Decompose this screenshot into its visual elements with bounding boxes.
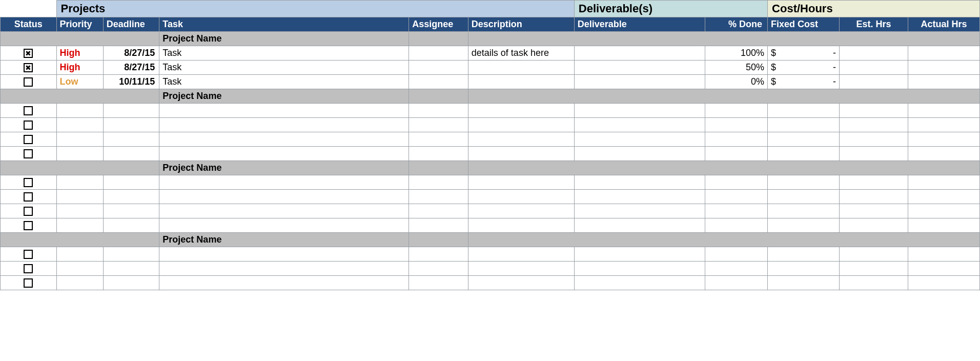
status-checkbox-icon[interactable] bbox=[24, 278, 33, 288]
task-cell[interactable]: Task bbox=[159, 61, 409, 75]
description-cell[interactable] bbox=[468, 262, 574, 276]
status-checkbox-icon[interactable]: ✖ bbox=[24, 49, 33, 58]
priority-cell[interactable]: Low bbox=[56, 75, 103, 89]
priority-cell[interactable] bbox=[56, 132, 103, 147]
status-checkbox-icon[interactable] bbox=[24, 207, 33, 216]
status-cell[interactable] bbox=[1, 276, 57, 290]
deadline-cell[interactable] bbox=[103, 204, 159, 218]
priority-cell[interactable] bbox=[56, 247, 103, 262]
priority-cell[interactable] bbox=[56, 104, 103, 118]
actual-hrs-cell[interactable] bbox=[908, 247, 979, 262]
deliverable-cell[interactable] bbox=[574, 247, 705, 262]
fixed-cost-cell[interactable] bbox=[768, 175, 840, 190]
deadline-cell[interactable] bbox=[103, 147, 159, 161]
deliverable-cell[interactable] bbox=[574, 276, 705, 290]
assignee-cell[interactable] bbox=[409, 46, 468, 61]
fixed-cost-cell[interactable]: $- bbox=[768, 75, 840, 89]
deliverable-cell[interactable] bbox=[574, 147, 705, 161]
task-cell[interactable] bbox=[159, 132, 409, 147]
fixed-cost-cell[interactable] bbox=[768, 247, 840, 262]
priority-cell[interactable] bbox=[56, 175, 103, 190]
status-cell[interactable] bbox=[1, 132, 57, 147]
deadline-cell[interactable] bbox=[103, 276, 159, 290]
status-checkbox-icon[interactable] bbox=[24, 250, 33, 259]
col-deadline[interactable]: Deadline bbox=[103, 17, 159, 32]
task-cell[interactable] bbox=[159, 276, 409, 290]
task-cell[interactable]: Task bbox=[159, 75, 409, 89]
status-checkbox-icon[interactable] bbox=[24, 135, 33, 144]
col-deliverable[interactable]: Deliverable bbox=[574, 17, 705, 32]
col-assignee[interactable]: Assignee bbox=[409, 17, 468, 32]
description-cell[interactable] bbox=[468, 61, 574, 75]
description-cell[interactable] bbox=[468, 175, 574, 190]
task-cell[interactable] bbox=[159, 247, 409, 262]
actual-hrs-cell[interactable] bbox=[908, 190, 979, 204]
status-checkbox-icon[interactable] bbox=[24, 106, 33, 115]
pct-done-cell[interactable] bbox=[705, 175, 768, 190]
task-cell[interactable] bbox=[159, 218, 409, 233]
fixed-cost-cell[interactable] bbox=[768, 218, 840, 233]
actual-hrs-cell[interactable] bbox=[908, 118, 979, 132]
task-cell[interactable] bbox=[159, 104, 409, 118]
status-checkbox-icon[interactable] bbox=[24, 121, 33, 130]
assignee-cell[interactable] bbox=[409, 132, 468, 147]
assignee-cell[interactable] bbox=[409, 147, 468, 161]
pct-done-cell[interactable] bbox=[705, 132, 768, 147]
assignee-cell[interactable] bbox=[409, 175, 468, 190]
actual-hrs-cell[interactable] bbox=[908, 75, 979, 89]
status-cell[interactable]: ✖ bbox=[1, 46, 57, 61]
status-cell[interactable] bbox=[1, 204, 57, 218]
assignee-cell[interactable] bbox=[409, 75, 468, 89]
actual-hrs-cell[interactable] bbox=[908, 276, 979, 290]
est-hrs-cell[interactable] bbox=[840, 61, 908, 75]
status-cell[interactable] bbox=[1, 175, 57, 190]
est-hrs-cell[interactable] bbox=[840, 247, 908, 262]
fixed-cost-cell[interactable] bbox=[768, 204, 840, 218]
deadline-cell[interactable]: 10/11/15 bbox=[103, 75, 159, 89]
est-hrs-cell[interactable] bbox=[840, 104, 908, 118]
actual-hrs-cell[interactable] bbox=[908, 262, 979, 276]
col-actual-hrs[interactable]: Actual Hrs bbox=[908, 17, 979, 32]
pct-done-cell[interactable] bbox=[705, 247, 768, 262]
est-hrs-cell[interactable] bbox=[840, 262, 908, 276]
project-name-cell[interactable]: Project Name bbox=[159, 233, 409, 247]
status-checkbox-icon[interactable] bbox=[24, 178, 33, 187]
deadline-cell[interactable] bbox=[103, 247, 159, 262]
task-cell[interactable] bbox=[159, 118, 409, 132]
deadline-cell[interactable] bbox=[103, 132, 159, 147]
actual-hrs-cell[interactable] bbox=[908, 204, 979, 218]
status-cell[interactable] bbox=[1, 262, 57, 276]
pct-done-cell[interactable] bbox=[705, 276, 768, 290]
assignee-cell[interactable] bbox=[409, 104, 468, 118]
fixed-cost-cell[interactable] bbox=[768, 118, 840, 132]
deadline-cell[interactable] bbox=[103, 190, 159, 204]
col-task[interactable]: Task bbox=[159, 17, 409, 32]
task-cell[interactable] bbox=[159, 204, 409, 218]
assignee-cell[interactable] bbox=[409, 204, 468, 218]
assignee-cell[interactable] bbox=[409, 61, 468, 75]
status-cell[interactable] bbox=[1, 190, 57, 204]
description-cell[interactable] bbox=[468, 218, 574, 233]
pct-done-cell[interactable] bbox=[705, 190, 768, 204]
pct-done-cell[interactable]: 50% bbox=[705, 61, 768, 75]
description-cell[interactable] bbox=[468, 190, 574, 204]
est-hrs-cell[interactable] bbox=[840, 118, 908, 132]
status-cell[interactable]: ✖ bbox=[1, 61, 57, 75]
actual-hrs-cell[interactable] bbox=[908, 46, 979, 61]
fixed-cost-cell[interactable] bbox=[768, 147, 840, 161]
status-cell[interactable] bbox=[1, 118, 57, 132]
status-checkbox-icon[interactable] bbox=[24, 149, 33, 158]
status-checkbox-icon[interactable] bbox=[24, 77, 33, 87]
pct-done-cell[interactable] bbox=[705, 147, 768, 161]
est-hrs-cell[interactable] bbox=[840, 276, 908, 290]
actual-hrs-cell[interactable] bbox=[908, 175, 979, 190]
description-cell[interactable] bbox=[468, 276, 574, 290]
col-pct-done[interactable]: % Done bbox=[705, 17, 768, 32]
deliverable-cell[interactable] bbox=[574, 190, 705, 204]
priority-cell[interactable] bbox=[56, 262, 103, 276]
project-name-cell[interactable]: Project Name bbox=[159, 89, 409, 104]
deliverable-cell[interactable] bbox=[574, 262, 705, 276]
actual-hrs-cell[interactable] bbox=[908, 104, 979, 118]
priority-cell[interactable] bbox=[56, 276, 103, 290]
status-cell[interactable] bbox=[1, 104, 57, 118]
